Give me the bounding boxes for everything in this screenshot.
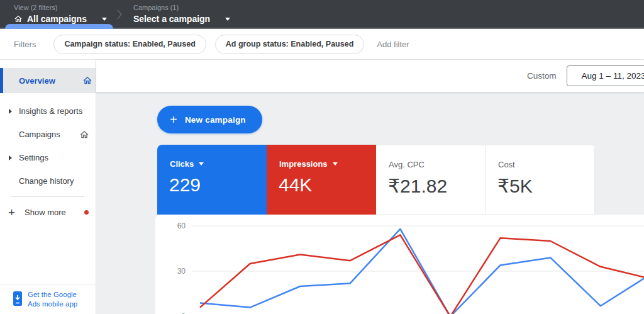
date-range-mode-label[interactable]: Custom [527,71,557,81]
performance-chart-card: 60 30 0 [155,215,644,314]
new-campaign-label: New campaign [185,115,246,125]
home-icon [79,130,89,140]
scorecard-strip: Clicks 229 Impressions 44K Avg. CPC ₹21.… [157,145,595,215]
show-more-button[interactable]: + Show more [0,201,96,224]
scorecard-label: Cost [498,160,515,169]
campaign-picker[interactable]: Campaigns (1) Select a campaign [133,3,230,24]
home-icon [14,14,23,23]
chevron-down-icon [225,18,230,21]
mobile-app-promo-link[interactable]: Get the Google Ads mobile app [0,284,96,314]
scorecard-label: Clicks [170,159,194,169]
sidebar-item-change-history[interactable]: Change history [0,169,96,193]
new-campaign-button[interactable]: + New campaign [157,106,262,133]
date-range-control: Custom Aug 1 – 11, 2023 [527,60,644,92]
filter-chip-ad-group-status[interactable]: Ad group status: Enabled, Paused [215,35,365,54]
y-axis-tick-60: 60 [177,221,186,230]
scorecard-avg-cpc[interactable]: Avg. CPC ₹21.82 [376,145,486,215]
sidebar-item-overview[interactable]: Overview [0,68,96,93]
add-filter-button[interactable]: Add filter [377,40,409,49]
date-range-picker[interactable]: Aug 1 – 11, 2023 [567,65,644,86]
scorecard-label: Avg. CPC [389,160,425,169]
google-ads-overview-page: View (2 filters) All campaigns Campaigns… [0,0,644,314]
breadcrumb-chevron-icon [114,6,125,26]
scorecard-value: 44K [279,174,312,196]
view-picker-eyebrow: View (2 filters) [14,3,107,12]
caret-down-icon[interactable] [199,162,204,165]
scorecard-cost[interactable]: Cost ₹5K [486,145,595,215]
chart-line-impressions-scaled- [200,235,644,314]
filter-chip-campaign-status[interactable]: Campaign status: Enabled, Paused [53,35,206,54]
caret-down-icon[interactable] [333,162,338,165]
expand-arrow-icon[interactable] [9,109,12,114]
sidebar-item-insights-reports[interactable]: Insights & reports [0,99,96,123]
home-icon [82,76,92,86]
sidebar-navigation: Overview Insights & reports Campaigns Se… [0,60,96,314]
chevron-down-icon [102,18,107,21]
expand-arrow-icon[interactable] [9,155,12,160]
main-content: Custom Aug 1 – 11, 2023 60 30 0 + New ca… [96,60,644,314]
sidebar-item-settings[interactable]: Settings [0,146,96,169]
sidebar-item-campaigns[interactable]: Campaigns [0,123,96,146]
mobile-phone-download-icon [13,290,23,309]
main-header-strip: Custom Aug 1 – 11, 2023 [96,60,644,93]
plus-icon: + [170,113,177,126]
plus-icon: + [8,206,15,218]
top-navigation-bar: View (2 filters) All campaigns Campaigns… [0,0,644,29]
sidebar-divider [11,196,84,197]
campaign-picker-eyebrow: Campaigns (1) [133,3,230,12]
scorecard-value: ₹5K [497,175,533,197]
scorecard-value: ₹21.82 [388,175,447,197]
y-axis-tick-30: 30 [177,267,186,276]
active-view-tab-indicator [5,24,113,29]
filter-bar: Filters Campaign status: Enabled, Paused… [0,29,644,60]
mobile-app-promo-text: Get the Google Ads mobile app [28,290,77,309]
scorecard-clicks[interactable]: Clicks 229 [157,145,267,215]
scorecard-value: 229 [169,174,201,196]
campaign-picker-label: Select a campaign [133,14,210,24]
notification-dot [84,210,89,215]
clicks-impressions-chart[interactable]: 60 30 0 [155,215,644,314]
scorecard-impressions[interactable]: Impressions 44K [267,145,376,215]
scorecard-label: Impressions [279,159,328,169]
view-picker[interactable]: View (2 filters) All campaigns [14,3,107,24]
filters-label: Filters [14,40,36,49]
view-picker-label: All campaigns [27,14,87,24]
